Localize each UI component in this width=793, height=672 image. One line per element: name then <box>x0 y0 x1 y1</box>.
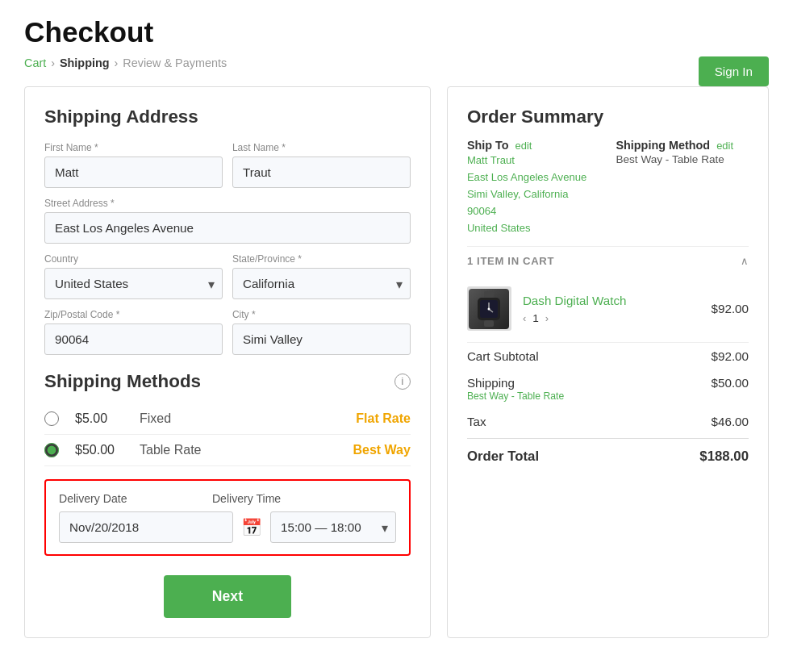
method-row-best: $50.00 Table Rate Best Way <box>44 435 411 466</box>
street-input[interactable] <box>44 212 411 244</box>
shipping-methods-header: Shipping Methods i <box>44 371 411 392</box>
shipping-address-title: Shipping Address <box>44 106 411 127</box>
qty-control: ‹ 1 › <box>523 312 700 324</box>
delivery-inputs: 📅 15:00 — 18:00 09:00 — 12:00 12:00 — 15… <box>59 511 396 543</box>
method-type-best: Table Rate <box>140 443 336 457</box>
breadcrumb: Cart › Shipping › Review & Payments <box>24 56 227 69</box>
delivery-time-select[interactable]: 15:00 — 18:00 09:00 — 12:00 12:00 — 15:0… <box>270 511 396 543</box>
shipping-label-group: Shipping Best Way - Table Rate <box>467 376 564 402</box>
method-radio-best[interactable] <box>44 443 59 457</box>
delivery-time-label: Delivery Time <box>212 492 396 505</box>
ship-to-address2: Simi Valley, California 90064 <box>467 186 600 219</box>
delivery-box: Delivery Date Delivery Time 📅 15:00 — 18… <box>44 479 411 556</box>
breadcrumb-sep1: › <box>51 56 55 69</box>
breadcrumb-cart[interactable]: Cart <box>24 56 46 69</box>
shipping-row: Shipping Best Way - Table Rate $50.00 <box>467 369 749 408</box>
delivery-time-wrapper: 15:00 — 18:00 09:00 — 12:00 12:00 — 15:0… <box>270 511 396 543</box>
delivery-date-label: Delivery Date <box>59 492 212 505</box>
zip-city-row: Zip/Postal Code * City * <box>44 309 411 355</box>
state-select[interactable]: California <box>232 268 411 299</box>
city-label: City * <box>232 309 411 320</box>
country-group: Country United States <box>44 253 223 299</box>
page-title: Checkout <box>24 16 769 48</box>
ship-method-row: Ship To edit Matt Traut East Los Angeles… <box>467 139 749 236</box>
delivery-labels: Delivery Date Delivery Time <box>59 492 396 505</box>
svg-point-6 <box>488 307 490 310</box>
country-label: Country <box>44 253 223 265</box>
watch-image <box>469 289 509 329</box>
city-input[interactable] <box>232 323 411 355</box>
tax-row: Tax $46.00 <box>467 408 749 435</box>
shipping-sub-label: Best Way - Table Rate <box>467 390 564 402</box>
svg-rect-1 <box>484 320 494 327</box>
svg-rect-0 <box>484 291 494 298</box>
name-row: First Name * Last Name * <box>44 142 411 188</box>
shipping-label: Shipping <box>467 376 564 390</box>
order-total-row: Order Total $188.00 <box>467 438 749 471</box>
shipping-method-block: Shipping Method edit Best Way - Table Ra… <box>616 139 749 236</box>
shipping-method-edit-link[interactable]: edit <box>716 140 733 152</box>
qty-increase-button[interactable]: › <box>545 312 549 324</box>
cart-item-name: Dash Digital Watch <box>523 294 700 307</box>
street-group: Street Address * <box>44 198 411 244</box>
street-row: Street Address * <box>44 198 411 244</box>
qty-value: 1 <box>532 312 539 324</box>
order-summary-title: Order Summary <box>467 106 749 127</box>
sign-in-button[interactable]: Sign In <box>699 56 769 86</box>
city-group: City * <box>232 309 411 355</box>
ship-to-address1: East Los Angeles Avenue <box>467 169 600 186</box>
cart-subtotal-value: $92.00 <box>712 349 749 363</box>
cart-subtotal-label: Cart Subtotal <box>467 349 539 363</box>
shipping-value: $50.00 <box>712 376 749 402</box>
first-name-input[interactable] <box>44 157 223 188</box>
ship-to-label: Ship To edit <box>467 139 600 152</box>
breadcrumb-review: Review & Payments <box>123 56 227 69</box>
zip-input[interactable] <box>44 323 223 355</box>
cart-item-image <box>467 286 511 331</box>
country-state-row: Country United States State/Province * C… <box>44 253 411 299</box>
state-select-wrapper: California <box>232 268 411 299</box>
next-button[interactable]: Next <box>164 575 291 618</box>
breadcrumb-shipping: Shipping <box>60 56 110 69</box>
delivery-date-input[interactable] <box>59 511 233 543</box>
ship-to-name: Matt Traut <box>467 152 600 169</box>
tax-value: $46.00 <box>712 415 749 428</box>
street-label: Street Address * <box>44 198 411 209</box>
last-name-input[interactable] <box>232 157 411 188</box>
zip-label: Zip/Postal Code * <box>44 309 223 320</box>
shipping-method-value: Best Way - Table Rate <box>616 153 749 165</box>
ship-to-block: Ship To edit Matt Traut East Los Angeles… <box>467 139 600 236</box>
method-price-best: $50.00 <box>75 443 123 457</box>
zip-group: Zip/Postal Code * <box>44 309 223 355</box>
last-name-group: Last Name * <box>232 142 411 188</box>
calendar-icon[interactable]: 📅 <box>241 518 262 537</box>
country-select[interactable]: United States <box>44 268 223 299</box>
country-select-wrapper: United States <box>44 268 223 299</box>
cart-item: Dash Digital Watch ‹ 1 › $92.00 <box>467 275 749 343</box>
method-radio-flat[interactable] <box>44 411 59 426</box>
shipping-methods-title: Shipping Methods <box>44 371 201 392</box>
tax-label: Tax <box>467 415 486 428</box>
cart-item-info: Dash Digital Watch ‹ 1 › <box>523 294 700 324</box>
method-name-best: Best Way <box>353 443 410 457</box>
cart-item-price: $92.00 <box>712 302 749 315</box>
state-label: State/Province * <box>232 253 411 265</box>
last-name-label: Last Name * <box>232 142 411 153</box>
method-type-flat: Fixed <box>140 411 340 426</box>
breadcrumb-sep2: › <box>115 56 119 69</box>
first-name-label: First Name * <box>44 142 223 153</box>
state-group: State/Province * California <box>232 253 411 299</box>
cart-toggle-button[interactable]: ∧ <box>741 255 749 267</box>
order-summary-panel: Order Summary Ship To edit Matt Traut Ea… <box>447 86 769 638</box>
cart-items-count: 1 ITEM IN CART <box>467 255 554 267</box>
method-name-flat: Flat Rate <box>356 411 411 426</box>
order-total-label: Order Total <box>467 449 539 465</box>
shipping-form-panel: Shipping Address First Name * Last Name … <box>24 86 431 638</box>
cart-subtotal-row: Cart Subtotal $92.00 <box>467 343 749 369</box>
cart-items-header: 1 ITEM IN CART ∧ <box>467 246 749 275</box>
qty-decrease-button[interactable]: ‹ <box>523 312 526 324</box>
method-price-flat: $5.00 <box>75 411 123 426</box>
order-total-value: $188.00 <box>699 449 749 465</box>
ship-to-edit-link[interactable]: edit <box>515 140 532 152</box>
method-row-flat: $5.00 Fixed Flat Rate <box>44 403 411 435</box>
